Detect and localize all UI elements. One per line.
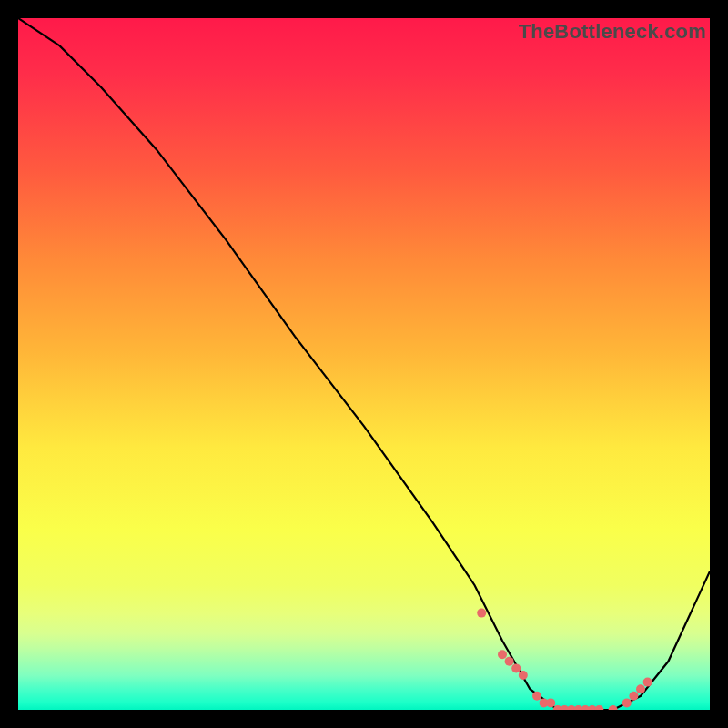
data-marker (629, 692, 638, 701)
plot-area: TheBottleneck.com (18, 18, 710, 710)
data-marker (622, 698, 632, 707)
data-marker (532, 692, 541, 701)
data-marker (643, 678, 652, 687)
data-markers (477, 609, 652, 710)
data-marker (609, 705, 618, 710)
data-marker (505, 657, 514, 666)
line-curve (18, 18, 710, 710)
data-marker (477, 609, 486, 618)
chart-frame: TheBottleneck.com (0, 0, 728, 728)
data-marker (498, 650, 507, 659)
chart-svg (18, 18, 710, 710)
data-marker (511, 663, 521, 672)
data-marker (519, 671, 528, 680)
data-marker (546, 698, 555, 707)
data-marker (594, 705, 603, 710)
data-marker (636, 684, 645, 693)
